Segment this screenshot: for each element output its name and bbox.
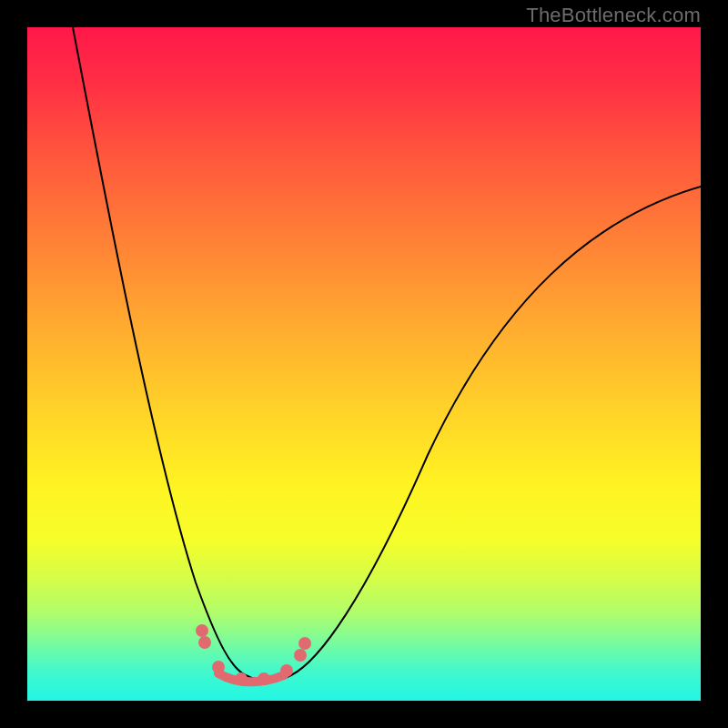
marker-dot — [294, 649, 307, 662]
marker-group — [196, 624, 311, 685]
marker-dot — [212, 661, 225, 673]
marker-dot — [235, 672, 248, 685]
marker-dot — [198, 636, 211, 649]
bottleneck-curve — [73, 27, 701, 681]
marker-dot — [258, 672, 270, 685]
plot-area — [27, 27, 701, 701]
watermark-label: TheBottleneck.com — [526, 4, 701, 27]
curve-svg — [27, 27, 701, 701]
marker-dot — [298, 637, 311, 650]
marker-dot — [196, 624, 208, 637]
outer-frame: TheBottleneck.com — [0, 0, 728, 728]
marker-bridge — [218, 673, 284, 682]
marker-dot — [280, 664, 293, 677]
